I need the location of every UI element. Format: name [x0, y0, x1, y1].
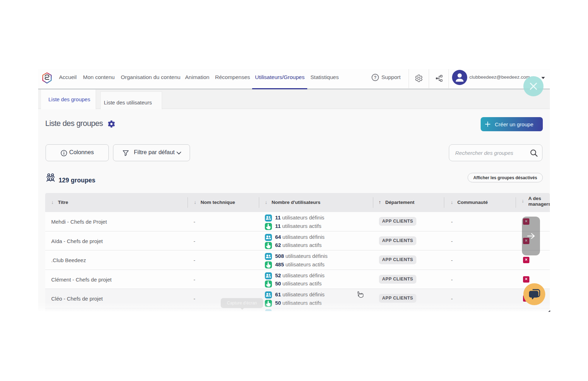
svg-text:?: ?: [374, 75, 376, 80]
